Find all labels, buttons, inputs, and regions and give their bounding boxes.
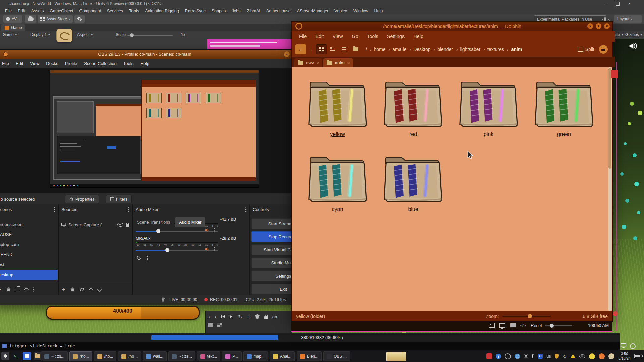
unity-menu-item[interactable]: Jobs <box>229 9 244 13</box>
grid-icon[interactable] <box>208 323 213 327</box>
shield-icon[interactable] <box>555 354 559 359</box>
photo-icon[interactable] <box>489 323 495 328</box>
volume-handle[interactable] <box>165 248 169 252</box>
scale-slider[interactable] <box>127 35 173 36</box>
scene-item[interactable]: Greenscreen <box>0 220 58 230</box>
move-up-icon[interactable] <box>89 287 93 292</box>
shade-icon[interactable]: ▾ <box>284 51 290 57</box>
scrollbar[interactable] <box>608 67 612 311</box>
unity-menu-item[interactable]: Services <box>104 9 126 13</box>
obs-menu-item[interactable]: Docks <box>43 61 61 66</box>
unity-menu-item[interactable]: ParrelSync <box>182 9 209 13</box>
breadcrumb-item[interactable]: anim <box>505 47 523 52</box>
obs-menu-item[interactable]: File <box>0 61 12 66</box>
scene-item[interactable]: PAUSE <box>0 230 58 240</box>
dolphin-tab[interactable]: anim × <box>323 58 353 67</box>
dock-menu-icon[interactable] <box>54 207 55 208</box>
skip-back-icon[interactable] <box>221 315 225 318</box>
scene-item[interactable]: laptop-cam <box>0 240 58 250</box>
zoom-slider[interactable] <box>545 325 572 326</box>
warning-icon[interactable] <box>570 354 576 358</box>
unity-menu-item[interactable]: GameObject <box>47 9 76 13</box>
unity-menu-item[interactable]: ZibraAI <box>244 9 263 13</box>
scale-slider-handle[interactable] <box>130 33 134 37</box>
folder-item[interactable]: yellow <box>300 77 375 153</box>
services-gear-button[interactable] <box>74 15 85 23</box>
keyboard-layout[interactable]: us <box>546 354 551 359</box>
taskbar-app-button[interactable]: text... <box>197 351 220 361</box>
reload-icon[interactable]: ↻ <box>238 314 243 320</box>
breadcrumb-root[interactable]: / <box>366 47 367 52</box>
dock-tab[interactable]: Scene Transitions <box>133 217 174 227</box>
info-icon[interactable]: i <box>496 354 501 359</box>
unity-menu-item[interactable]: Edit <box>15 9 28 13</box>
dolphin-menu-item[interactable]: View <box>328 34 347 39</box>
breadcrumb-item[interactable]: lightsaber <box>454 47 481 52</box>
close-icon[interactable]: × <box>604 23 610 29</box>
active-task-highlight[interactable] <box>386 352 406 361</box>
gear-icon[interactable] <box>80 287 84 292</box>
folder-item[interactable]: pink <box>451 77 526 153</box>
notifications-icon[interactable] <box>1 352 9 360</box>
speaker-icon[interactable] <box>205 228 210 232</box>
volume-handle[interactable] <box>156 229 160 233</box>
checker-icon[interactable] <box>217 323 222 327</box>
trash-icon[interactable] <box>71 287 74 292</box>
dolphin-menu-item[interactable]: Edit <box>311 34 328 39</box>
code-icon[interactable]: </> <box>520 323 526 327</box>
folder-item[interactable]: green <box>526 77 602 153</box>
tray-orange-icon[interactable] <box>599 353 605 359</box>
move-up-icon[interactable] <box>24 287 29 292</box>
trash-icon[interactable] <box>7 287 10 292</box>
breadcrumb-item[interactable]: amalie <box>386 47 407 52</box>
obs-menu-item[interactable]: Tools <box>120 61 137 66</box>
scene-item[interactable]: HEEND <box>0 250 58 260</box>
maximize-icon[interactable]: + <box>596 23 601 29</box>
obs-menu-item[interactable]: View <box>26 61 43 66</box>
dock-menu-icon[interactable] <box>128 207 129 208</box>
unity-menu-item[interactable]: Window <box>350 9 371 13</box>
tray-circle-icon[interactable] <box>505 353 511 359</box>
dock-tab[interactable]: Audio Mixer <box>175 217 205 227</box>
compact-view-button[interactable] <box>327 44 338 54</box>
more-icon[interactable] <box>147 256 148 257</box>
cursor-tool-icon[interactable] <box>532 354 534 358</box>
skip-forward-icon[interactable] <box>230 315 233 318</box>
dolphin-menu-item[interactable]: File <box>294 34 311 39</box>
dolphin-menu-item[interactable]: Go <box>347 34 363 39</box>
dolphin-menu-item[interactable]: Help <box>409 34 428 39</box>
back-icon[interactable]: ‹ <box>208 314 210 320</box>
breadcrumb-item[interactable]: blender <box>431 47 454 52</box>
add-icon[interactable]: + <box>0 287 1 292</box>
hamburger-button[interactable] <box>599 45 608 54</box>
dolphin-menu-item[interactable]: Tools <box>363 34 383 39</box>
zoom-handle[interactable] <box>550 324 554 328</box>
bluetooth-icon[interactable]: B <box>538 354 543 359</box>
close-icon[interactable]: × <box>317 61 319 65</box>
folder-item[interactable]: cyan <box>300 153 375 228</box>
obs-preview[interactable] <box>0 68 294 193</box>
close-icon[interactable]: × <box>628 1 631 6</box>
unity-menu-item[interactable]: Vuplex <box>331 9 350 13</box>
unity-menu-item[interactable]: Tools <box>126 9 142 13</box>
clock[interactable]: 3:50 5/16/24 <box>618 352 631 361</box>
tray-red-icon[interactable] <box>486 353 492 359</box>
more-icon[interactable] <box>33 287 34 288</box>
dolphin-tab[interactable]: awv × <box>294 58 322 67</box>
back-icon[interactable]: ← <box>295 44 306 54</box>
unity-menu-item[interactable]: Animation Rigging <box>142 9 182 13</box>
obs-menu-item[interactable]: Help <box>137 61 153 66</box>
gizmos-dropdown[interactable]: Gizmos▾ <box>625 32 642 37</box>
taskbar-app-button[interactable]: /ho... <box>69 351 92 361</box>
preview-folder-button[interactable] <box>350 44 361 54</box>
unity-menu-item[interactable]: Help <box>371 9 386 13</box>
details-view-button[interactable] <box>339 44 350 54</box>
reset-label[interactable]: Reset <box>531 323 542 328</box>
home-icon[interactable]: ⌂ <box>247 314 251 320</box>
scrollbar-thumb[interactable] <box>608 68 611 169</box>
dolphin-menu-item[interactable]: Settings <box>383 34 409 39</box>
gear-icon[interactable] <box>136 256 141 260</box>
taskbar-app-button[interactable]: OBS ... <box>323 351 350 361</box>
folder-item[interactable]: blue <box>375 153 451 228</box>
unity-menu-item[interactable]: Component <box>76 9 104 13</box>
